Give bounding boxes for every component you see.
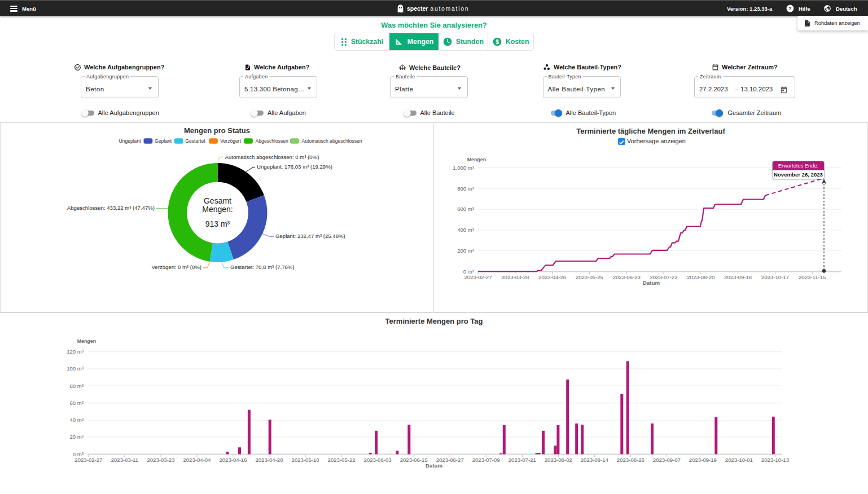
- svg-text:Verzögert: 0 m³ (0%): Verzögert: 0 m³ (0%): [151, 264, 201, 270]
- svg-text:80 m³: 80 m³: [69, 383, 84, 389]
- svg-text:2023-10-17: 2023-10-17: [761, 274, 789, 280]
- svg-text:Geplant: Geplant: [155, 138, 172, 144]
- svg-text:2023-09-18: 2023-09-18: [724, 274, 752, 280]
- svg-text:2023-05-22: 2023-05-22: [328, 457, 356, 463]
- svg-text:2023-04-26: 2023-04-26: [538, 274, 566, 280]
- svg-text:20 m³: 20 m³: [69, 434, 84, 440]
- svg-text:2023-03-23: 2023-03-23: [147, 457, 174, 463]
- svg-text:2023-09-19: 2023-09-19: [689, 457, 717, 463]
- svg-text:Abgeschlossen: 433,22 m³ (47.4: Abgeschlossen: 433,22 m³ (47.47%): [67, 205, 155, 211]
- svg-text:2023-02-27: 2023-02-27: [464, 274, 492, 280]
- svg-text:913 m³: 913 m³: [205, 219, 230, 228]
- svg-text:2023-07-21: 2023-07-21: [508, 457, 536, 463]
- svg-text:1.000 m³: 1.000 m³: [453, 165, 474, 171]
- svg-text:2023-04-04: 2023-04-04: [183, 457, 211, 463]
- svg-text:2023-08-14: 2023-08-14: [581, 457, 609, 463]
- svg-text:2023-03-28: 2023-03-28: [501, 274, 529, 280]
- svg-text:120 m³: 120 m³: [67, 349, 84, 355]
- svg-text:2023-08-26: 2023-08-26: [617, 457, 645, 463]
- svg-text:Gestartet: Gestartet: [185, 138, 205, 144]
- svg-text:800 m³: 800 m³: [457, 186, 474, 192]
- svg-text:2023-06-23: 2023-06-23: [613, 274, 641, 280]
- svg-text:60 m³: 60 m³: [69, 400, 84, 406]
- svg-text:2023-11-15: 2023-11-15: [799, 274, 826, 280]
- svg-text:Datum: Datum: [426, 462, 442, 469]
- svg-text:600 m³: 600 m³: [457, 206, 474, 212]
- svg-text:Gestartet: 70,8 m³ (7.76%): Gestartet: 70,8 m³ (7.76%): [230, 264, 295, 270]
- svg-text:Mengen: Mengen: [467, 157, 486, 162]
- svg-text:200 m³: 200 m³: [457, 248, 474, 254]
- svg-text:Verzögert: Verzögert: [220, 138, 241, 144]
- svg-text:Mengen: Mengen: [77, 338, 96, 344]
- svg-text:2023-08-20: 2023-08-20: [687, 274, 714, 280]
- svg-text:2023-05-10: 2023-05-10: [292, 457, 319, 463]
- svg-text:2023-05-25: 2023-05-25: [576, 274, 603, 280]
- svg-text:Automatisch abgeschlossen: 0 m: Automatisch abgeschlossen: 0 m³ (0%): [225, 154, 319, 160]
- svg-text:Datum: Datum: [643, 280, 660, 286]
- svg-text:Ungeplant: Ungeplant: [119, 138, 141, 144]
- svg-text:$: $: [496, 39, 499, 45]
- svg-text:2023-07-09: 2023-07-09: [472, 457, 500, 463]
- svg-text:2023-07-22: 2023-07-22: [650, 274, 677, 280]
- svg-text:2023-03-11: 2023-03-11: [111, 457, 138, 463]
- svg-text:2023-10-13: 2023-10-13: [761, 457, 789, 463]
- svg-text:2023-08-02: 2023-08-02: [545, 457, 572, 463]
- svg-text:40 m³: 40 m³: [69, 417, 84, 423]
- svg-text:Geplant: 232,47 m³ (25.48%): Geplant: 232,47 m³ (25.48%): [275, 233, 345, 239]
- svg-text:100 m³: 100 m³: [67, 365, 84, 372]
- svg-text:2023-04-16: 2023-04-16: [219, 457, 247, 463]
- svg-text:Mengen:: Mengen:: [202, 205, 233, 214]
- svg-text:2023-06-15: 2023-06-15: [400, 457, 428, 463]
- svg-text:2023-02-27: 2023-02-27: [74, 457, 102, 463]
- svg-text:2023-10-01: 2023-10-01: [725, 457, 753, 463]
- svg-text:?: ?: [788, 6, 791, 11]
- svg-text:2023-06-03: 2023-06-03: [364, 457, 392, 463]
- svg-text:2023-06-27: 2023-06-27: [436, 457, 464, 463]
- svg-text:Abgeschlossen: Abgeschlossen: [256, 138, 289, 144]
- svg-text:2023-09-07: 2023-09-07: [653, 457, 681, 463]
- svg-text:Ungeplant: 176,03 m³ (19.29%): Ungeplant: 176,03 m³ (19.29%): [257, 164, 332, 170]
- svg-text:2023-04-28: 2023-04-28: [255, 457, 283, 463]
- svg-text:Automatisch abgeschlossen: Automatisch abgeschlossen: [302, 138, 362, 144]
- svg-text:400 m³: 400 m³: [457, 227, 474, 233]
